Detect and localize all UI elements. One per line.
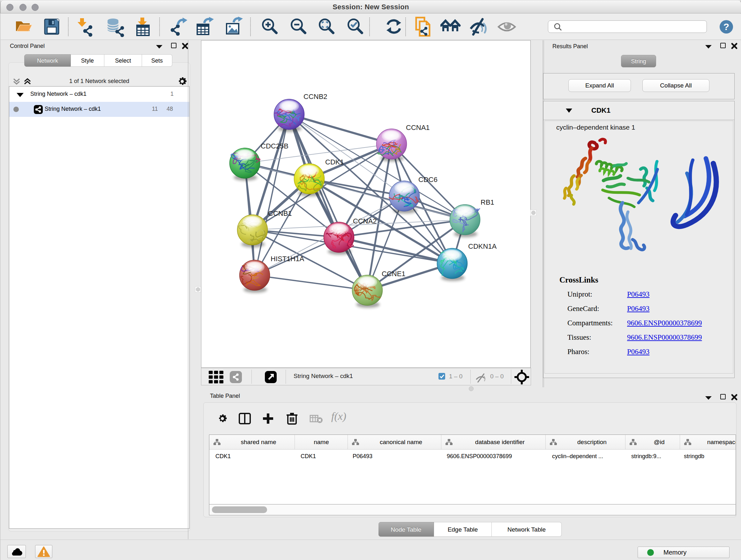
svg-text:CCNB1: CCNB1 (268, 209, 292, 217)
svg-text:CCNB2: CCNB2 (304, 92, 327, 101)
svg-text:CDC25B: CDC25B (261, 142, 288, 150)
svg-text:CCNA1: CCNA1 (406, 124, 430, 132)
svg-text:CCNE1: CCNE1 (382, 270, 406, 278)
svg-text:RB1: RB1 (481, 198, 494, 206)
svg-text:?: ? (724, 21, 729, 32)
svg-text:CCNA2: CCNA2 (353, 217, 377, 225)
svg-text:CDK1: CDK1 (325, 158, 344, 166)
svg-text:CDC6: CDC6 (418, 176, 437, 184)
svg-text:HIST1H1A: HIST1H1A (271, 255, 304, 263)
svg-text:CDKN1A: CDKN1A (468, 242, 497, 250)
